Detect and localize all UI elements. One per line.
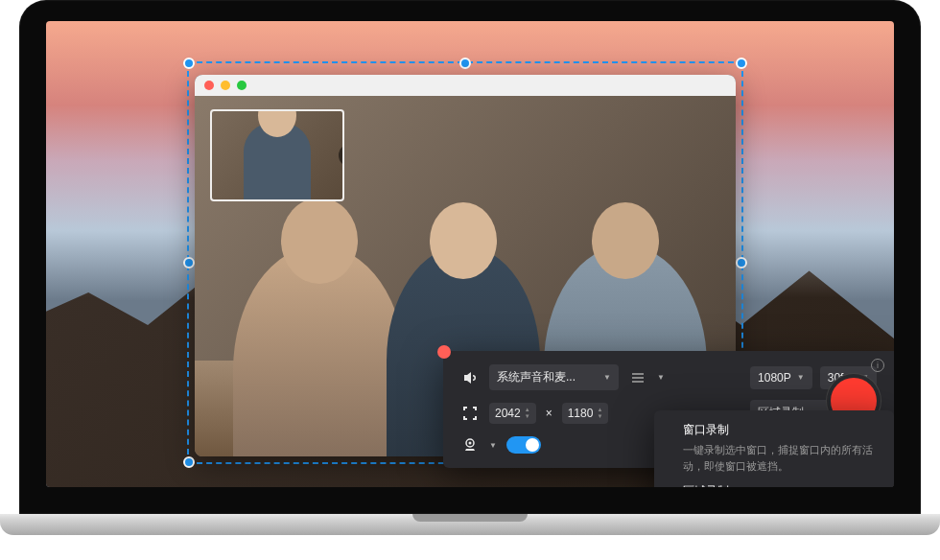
info-icon[interactable]: i xyxy=(871,359,884,372)
fullscreen-icon xyxy=(460,404,480,423)
stepper-icon[interactable]: ▲▼ xyxy=(525,407,530,419)
resolution-dropdown[interactable]: 1080P ▼ xyxy=(750,366,812,389)
check-icon: ✓ xyxy=(666,485,674,487)
desktop-screen: i 系统声音和麦... ▼ ▼ xyxy=(46,21,894,487)
macbook-base xyxy=(0,514,940,535)
svg-point-1 xyxy=(469,442,472,445)
chevron-down-icon: ▼ xyxy=(797,373,805,382)
resize-handle-middle-left[interactable] xyxy=(183,257,195,268)
window-titlebar xyxy=(195,75,736,96)
height-value: 1180 xyxy=(568,407,594,420)
webcam-icon xyxy=(460,435,480,455)
resize-handle-top-left[interactable] xyxy=(183,58,195,69)
width-input[interactable]: 2042 ▲▼ xyxy=(489,403,536,424)
panel-close-button[interactable] xyxy=(437,345,451,359)
chevron-down-icon: ▼ xyxy=(489,441,497,450)
mode-option-area[interactable]: ✓ 区域录制 自定义录制区域，直接拖拽改变录制窗口大小。 xyxy=(668,483,881,487)
speaker-icon xyxy=(460,368,480,387)
move-icon[interactable] xyxy=(339,144,344,167)
resize-handle-middle-right[interactable] xyxy=(736,257,747,268)
resize-handle-bottom-left[interactable] xyxy=(183,456,195,468)
recording-toolbar: i 系统声音和麦... ▼ ▼ xyxy=(443,351,894,468)
height-input[interactable]: 1180 ▲▼ xyxy=(562,403,609,424)
width-value: 2042 xyxy=(495,407,521,420)
mode-option-title: 区域录制 xyxy=(683,483,881,487)
list-icon[interactable] xyxy=(628,368,647,387)
audio-source-dropdown[interactable]: 系统声音和麦... ▼ xyxy=(489,364,619,390)
scene-person xyxy=(233,245,406,456)
resolution-label: 1080P xyxy=(758,371,791,385)
window-close-button[interactable] xyxy=(204,81,214,90)
window-maximize-button[interactable] xyxy=(237,81,247,90)
webcam-pip-overlay[interactable] xyxy=(210,109,344,201)
resize-handle-top-right[interactable] xyxy=(736,58,747,69)
window-minimize-button[interactable] xyxy=(221,81,230,90)
dimension-separator: × xyxy=(546,407,552,420)
chevron-down-icon: ▼ xyxy=(657,373,665,382)
mode-option-window[interactable]: 窗口录制 一键录制选中窗口，捕捉窗口内的所有活动，即使窗口被遮挡。 xyxy=(668,422,881,474)
resize-handle-top-middle[interactable] xyxy=(459,58,471,69)
webcam-toggle[interactable] xyxy=(506,436,541,454)
screen-bezel: i 系统声音和麦... ▼ ▼ xyxy=(19,0,921,514)
mode-dropdown-menu: 窗口录制 一键录制选中窗口，捕捉窗口内的所有活动，即使窗口被遮挡。 ✓ 区域录制… xyxy=(654,410,894,487)
mode-option-title: 窗口录制 xyxy=(683,422,881,438)
audio-source-label: 系统声音和麦... xyxy=(497,369,576,385)
stepper-icon[interactable]: ▲▼ xyxy=(597,407,602,419)
macbook-frame: i 系统声音和麦... ▼ ▼ xyxy=(19,0,921,535)
pip-person xyxy=(244,123,311,201)
chevron-down-icon: ▼ xyxy=(603,373,611,382)
mode-option-description: 一键录制选中窗口，捕捉窗口内的所有活动，即使窗口被遮挡。 xyxy=(683,442,881,474)
